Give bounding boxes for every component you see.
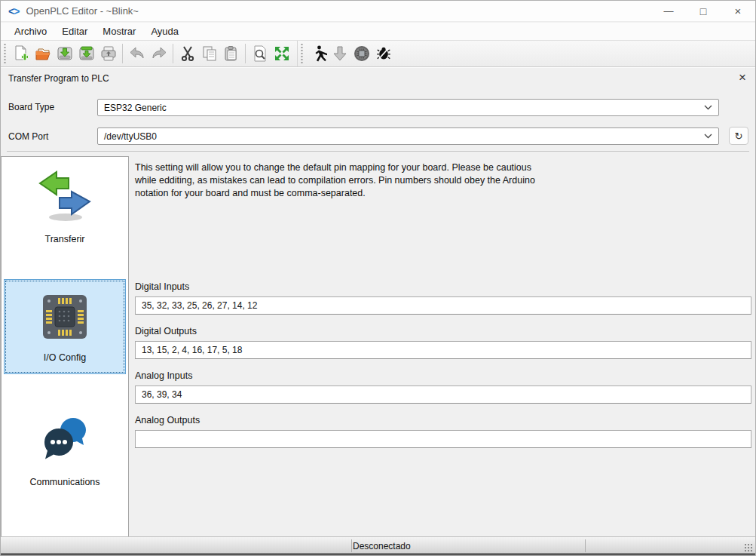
paste-icon [222,45,240,63]
chevron-down-icon [704,105,712,110]
open-folder-icon [34,45,52,63]
maximize-button[interactable]: □ [686,1,721,21]
app-window: <> OpenPLC Editor - ~Blink~ — □ × Archiv… [0,0,756,556]
new-file-button[interactable] [10,42,32,65]
toolbar-separator [122,44,123,63]
menu-ayuda[interactable]: Ayuda [143,23,186,39]
menu-archivo[interactable]: Archivo [7,23,54,39]
toolbar-grip[interactable] [3,44,7,63]
transfer-arrows-icon [37,167,93,226]
sidebar-item-io-config[interactable]: I/O Config [4,279,126,374]
redo-button[interactable] [148,42,170,65]
fullscreen-button[interactable] [271,42,292,65]
resize-grip[interactable] [744,543,753,552]
chevron-down-icon [704,134,712,139]
statusbar-divider [585,539,586,552]
title-bar: <> OpenPLC Editor - ~Blink~ — □ × [1,1,755,22]
sidebar-item-communications[interactable]: Communications [4,415,126,487]
menu-editar[interactable]: Editar [54,23,95,39]
toolbar-separator [173,44,173,63]
panel-close-icon[interactable]: × [739,71,746,84]
divider [7,151,749,152]
redo-icon [150,45,168,63]
menu-bar: Archivo Editar Mostrar Ayuda [1,23,755,40]
analog-inputs-input[interactable] [135,386,751,404]
sidebar-item-label: Communications [4,477,126,487]
toolbar-grip[interactable] [300,44,304,63]
run-person-icon [309,45,327,63]
panel-title: Transfer Program to PLC [8,73,109,84]
toolbar [1,40,755,67]
com-port-select[interactable]: /dev/ttyUSB0 [97,127,719,145]
toolbar-separator [297,41,298,66]
board-type-value: ESP32 Generic [104,103,167,113]
window-title: OpenPLC Editor - ~Blink~ [26,5,139,17]
sidebar-item-transferir[interactable]: Transferir [4,167,126,244]
paste-button[interactable] [220,42,242,65]
transfer-plc-button[interactable] [350,42,372,65]
analog-inputs-label: Analog Inputs [135,370,192,381]
chip-board-icon [37,289,93,345]
com-port-label: COM Port [8,131,48,142]
undo-icon [128,45,146,63]
description-text: This setting will allow you to change th… [135,161,535,200]
sidebar-item-label: I/O Config [5,352,125,363]
refresh-icon: ↻ [735,131,743,142]
com-port-value: /dev/ttyUSB0 [104,131,157,142]
fullscreen-icon [273,45,291,63]
undo-button[interactable] [126,42,148,65]
status-bar: Desconectado [1,536,755,555]
analog-outputs-label: Analog Outputs [135,415,200,425]
analog-outputs-input[interactable] [135,430,751,448]
toolbar-separator [245,44,246,63]
window-controls: — □ × [651,1,755,21]
sidebar: Transferir [1,156,129,537]
open-file-button[interactable] [32,42,54,65]
board-type-select[interactable]: ESP32 Generic [97,99,719,116]
connection-status: Desconectado [353,541,411,551]
copy-icon [200,45,219,63]
cut-icon [179,45,197,63]
run-simulation-button[interactable] [307,42,329,65]
statusbar-divider [351,539,352,552]
digital-inputs-input[interactable] [135,296,751,315]
download-arrow-icon [331,45,349,63]
digital-outputs-label: Digital Outputs [135,326,197,336]
board-type-label: Board Type [8,102,54,112]
plc-chip-icon [353,45,371,63]
print-icon [99,45,118,63]
save-as-icon [78,45,96,63]
search-icon [251,45,269,63]
digital-outputs-input[interactable] [135,341,751,359]
debug-bug-icon [376,46,391,61]
cut-button[interactable] [176,42,198,65]
digital-inputs-label: Digital Inputs [135,281,189,292]
search-button[interactable] [249,42,271,65]
new-file-icon [12,45,30,63]
menu-mostrar[interactable]: Mostrar [95,23,143,39]
sidebar-item-label: Transferir [4,234,126,244]
save-button[interactable] [54,42,75,65]
download-button[interactable] [329,42,350,65]
save-icon [56,45,74,63]
copy-button[interactable] [198,42,220,65]
refresh-ports-button[interactable]: ↻ [729,127,748,145]
chat-bubbles-icon [37,415,93,469]
print-button[interactable] [97,42,119,65]
close-button[interactable]: × [721,1,755,21]
debug-button[interactable] [372,42,394,65]
save-as-button[interactable] [75,42,97,65]
transfer-panel: Transfer Program to PLC × Board Type ESP… [1,67,755,536]
minimize-button[interactable]: — [651,1,686,21]
app-logo-icon: <> [8,5,19,17]
